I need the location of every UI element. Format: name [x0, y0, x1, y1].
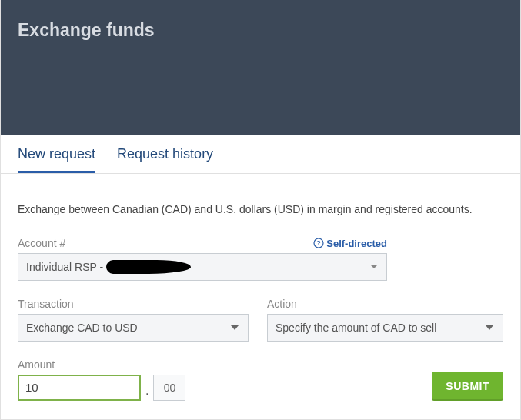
amount-integer-input[interactable] — [18, 375, 141, 401]
transaction-selected: Exchange CAD to USD — [26, 322, 138, 334]
account-row: Account # ? Self-directed Individual RSP… — [18, 234, 503, 281]
page-title: Exchange funds — [18, 20, 503, 41]
form-body: Exchange between Canadian (CAD) and U.S.… — [1, 174, 520, 416]
transaction-action-row: Transaction Exchange CAD to USD Action S… — [18, 295, 503, 342]
amount-field: Amount . — [18, 355, 185, 401]
description-text: Exchange between Canadian (CAD) and U.S.… — [18, 203, 503, 215]
account-label-row: Account # ? Self-directed — [18, 234, 387, 249]
svg-text:?: ? — [317, 239, 322, 247]
action-label: Action — [267, 298, 297, 310]
exchange-funds-panel: Exchange funds New request Request histo… — [0, 0, 521, 420]
transaction-label: Transaction — [18, 298, 74, 310]
chevron-down-icon — [231, 325, 239, 330]
amount-row: Amount . SUBMIT — [18, 355, 503, 401]
content: New request Request history Exchange bet… — [1, 135, 520, 419]
transaction-field: Transaction Exchange CAD to USD — [18, 295, 249, 342]
tabs: New request Request history — [1, 135, 520, 174]
account-selected-prefix: Individual RSP - — [26, 261, 103, 273]
account-redacted — [106, 260, 191, 274]
chevron-down-icon — [486, 325, 493, 330]
self-directed-label: Self-directed — [326, 238, 387, 249]
account-field: Account # ? Self-directed Individual RSP… — [18, 234, 387, 281]
chevron-down-icon — [371, 265, 377, 268]
decimal-point: . — [145, 384, 149, 401]
header: Exchange funds — [1, 0, 520, 135]
action-selected: Specify the amount of CAD to sell — [276, 322, 436, 334]
action-field: Action Specify the amount of CAD to sell — [267, 295, 503, 342]
tab-new-request[interactable]: New request — [18, 143, 95, 173]
transaction-select[interactable]: Exchange CAD to USD — [18, 314, 249, 342]
tab-request-history[interactable]: Request history — [117, 143, 213, 173]
action-select[interactable]: Specify the amount of CAD to sell — [267, 314, 503, 342]
amount-decimal-input[interactable] — [153, 375, 185, 401]
account-select[interactable]: Individual RSP - — [18, 253, 387, 281]
help-icon: ? — [313, 238, 324, 248]
self-directed-link[interactable]: ? Self-directed — [313, 238, 387, 249]
account-label: Account # — [18, 237, 65, 249]
amount-inputs: . — [18, 375, 185, 401]
amount-label: Amount — [18, 358, 55, 371]
submit-button[interactable]: SUBMIT — [432, 372, 503, 401]
